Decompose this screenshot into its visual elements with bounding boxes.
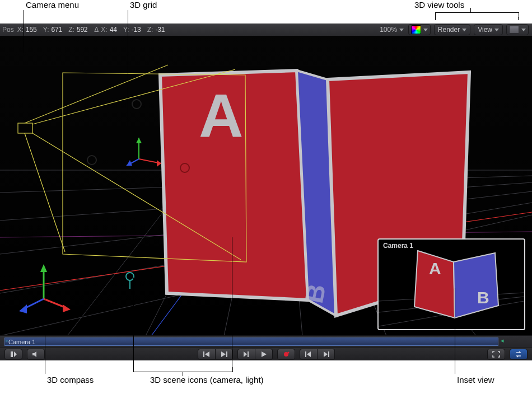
callout-camera-menu: Camera menu <box>26 0 79 10</box>
svg-marker-37 <box>40 264 47 272</box>
layout-menu[interactable] <box>506 24 529 35</box>
svg-rect-55 <box>305 351 306 357</box>
go-to-end-button[interactable] <box>216 349 233 360</box>
svg-point-32 <box>87 156 96 165</box>
delta-xyz: Δ X: 44 Y: -13 Z: -31 <box>94 26 165 34</box>
svg-marker-46 <box>454 253 498 318</box>
svg-rect-52 <box>248 351 249 357</box>
pos-x-value: 155 <box>26 26 36 34</box>
color-channels-menu[interactable] <box>408 24 431 35</box>
chevron-down-icon <box>494 29 499 31</box>
svg-text:B: B <box>477 288 489 307</box>
player-toggle-button[interactable] <box>4 349 22 360</box>
delta-x-value: 44 <box>110 26 117 34</box>
bottom-bar: ▸ Camera 1 ◂ <box>0 335 532 360</box>
chevron-down-icon <box>521 29 526 31</box>
pos-label: Pos <box>2 26 14 34</box>
delta-z-value: -31 <box>155 26 165 34</box>
color-wheel-icon <box>411 25 421 34</box>
fullscreen-button[interactable] <box>487 349 505 360</box>
callout-3d-view-tools: 3D view tools <box>414 0 464 10</box>
step-forward-button[interactable] <box>318 349 335 360</box>
chevron-down-icon <box>423 29 428 31</box>
play-from-start-button[interactable] <box>237 349 255 360</box>
callout-3d-grid: 3D grid <box>130 0 157 10</box>
timeline-clip-label: Camera 1 <box>8 339 35 345</box>
view-menu[interactable]: View <box>474 24 503 35</box>
mini-timeline[interactable]: ▸ Camera 1 ◂ <box>0 336 532 348</box>
svg-point-54 <box>287 351 289 353</box>
scene-letter-a: A <box>199 81 243 149</box>
svg-rect-50 <box>203 351 204 357</box>
svg-rect-19 <box>18 123 32 133</box>
svg-marker-26 <box>157 160 161 167</box>
inset-scene: A B <box>379 240 524 329</box>
pos-xyz: X: 155 Y: 671 Z: 592 <box>17 26 88 34</box>
step-back-button[interactable] <box>300 349 318 360</box>
scene-light-icon-lower[interactable] <box>126 273 134 289</box>
layout-icon <box>509 26 519 34</box>
record-button[interactable] <box>277 349 295 360</box>
delta-y-value: -13 <box>132 26 141 34</box>
svg-marker-39 <box>63 304 71 312</box>
chevron-down-icon <box>462 29 466 31</box>
render-menu[interactable]: Render <box>434 24 470 35</box>
chevron-down-icon <box>399 29 404 31</box>
svg-line-23 <box>25 133 65 252</box>
inset-view-title: Camera 1 <box>383 242 413 250</box>
svg-text:A: A <box>429 259 441 278</box>
svg-rect-51 <box>226 351 227 357</box>
callout-compass: 3D compass <box>47 375 94 385</box>
callout-scene-icons: 3D scene icons (camera, light) <box>150 375 264 385</box>
pos-y-value: 671 <box>51 26 62 34</box>
svg-marker-28 <box>136 138 142 143</box>
inset-view[interactable]: Camera 1 A B <box>377 238 525 330</box>
play-button[interactable] <box>255 349 273 360</box>
svg-rect-49 <box>11 351 13 357</box>
svg-rect-56 <box>328 351 329 357</box>
svg-marker-41 <box>19 304 27 313</box>
pos-z-value: 592 <box>77 26 87 34</box>
zoom-menu[interactable]: 100% <box>380 26 404 34</box>
svg-point-31 <box>132 100 141 109</box>
canvas-viewport[interactable]: B A <box>0 36 532 336</box>
svg-point-34 <box>126 273 134 280</box>
loop-button[interactable] <box>510 349 528 360</box>
mute-button[interactable] <box>27 349 45 360</box>
status-bar: Pos X: 155 Y: 671 Z: 592 Δ X: 44 Y: -13 … <box>0 24 532 36</box>
callout-inset: Inset view <box>457 375 494 385</box>
motion-canvas-window: Pos X: 155 Y: 671 Z: 592 Δ X: 44 Y: -13 … <box>0 24 532 360</box>
go-to-start-button[interactable] <box>198 349 216 360</box>
transform-gizmo[interactable] <box>127 138 161 167</box>
transport-controls <box>0 348 532 360</box>
